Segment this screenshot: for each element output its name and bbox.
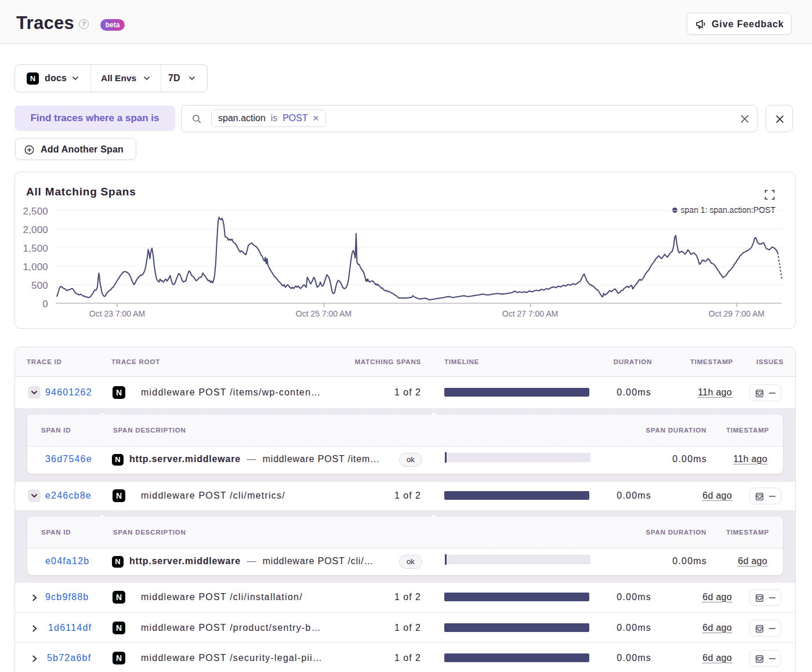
svg-text:N: N [30, 74, 35, 83]
